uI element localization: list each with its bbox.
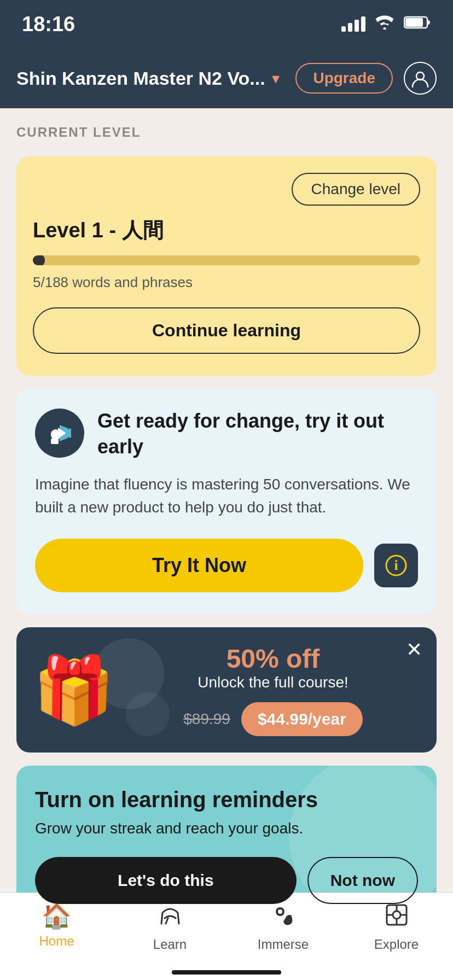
svg-rect-1 bbox=[405, 18, 423, 27]
nav-item-home[interactable]: 🏠 Home bbox=[0, 902, 113, 949]
nav-label-home: Home bbox=[39, 934, 74, 949]
announcement-headline: Get ready for change, try it out early bbox=[97, 409, 418, 460]
section-label: CURRENT LEVEL bbox=[16, 125, 437, 140]
change-level-button[interactable]: Change level bbox=[292, 173, 420, 206]
immerse-icon bbox=[270, 902, 297, 934]
progress-dot bbox=[33, 255, 45, 265]
home-icon: 🏠 bbox=[42, 902, 72, 930]
promo-old-price: $89.99 bbox=[183, 710, 230, 728]
reminder-buttons: Let's do this Not now bbox=[35, 857, 418, 904]
svg-point-4 bbox=[51, 430, 59, 439]
upgrade-button[interactable]: Upgrade bbox=[295, 63, 393, 94]
reminder-body: Grow your streak and reach your goals. bbox=[35, 820, 418, 837]
promo-text: 50% off Unlock the full course! $89.99 $… bbox=[126, 644, 420, 736]
header-title: Shin Kanzen Master N2 Vo... bbox=[16, 68, 265, 89]
dropdown-icon[interactable]: ▾ bbox=[272, 69, 280, 88]
promo-subtitle: Unlock the full course! bbox=[126, 674, 420, 691]
svg-point-11 bbox=[393, 911, 400, 919]
promo-card: ✕ 🎁 50% off Unlock the full course! $89.… bbox=[16, 627, 437, 752]
announcement-card: Get ready for change, try it out early I… bbox=[16, 389, 437, 614]
progress-bar-container bbox=[33, 255, 420, 265]
status-icons bbox=[341, 15, 431, 33]
lets-do-button[interactable]: Let's do this bbox=[35, 857, 297, 904]
try-now-button[interactable]: Try It Now bbox=[35, 539, 363, 592]
announcement-icon bbox=[35, 409, 84, 458]
reminder-title: Turn on learning reminders bbox=[35, 788, 418, 812]
promo-percent: 50% off bbox=[126, 644, 420, 674]
announcement-top: Get ready for change, try it out early bbox=[35, 409, 418, 460]
level-card-top: Change level bbox=[33, 173, 420, 206]
level-card: Change level Level 1 - 人間 5/188 words an… bbox=[16, 156, 437, 376]
not-now-button[interactable]: Not now bbox=[307, 857, 418, 904]
progress-text: 5/188 words and phrases bbox=[33, 274, 420, 291]
nav-label-immerse: Immerse bbox=[258, 937, 309, 952]
nav-item-immerse[interactable]: Immerse bbox=[226, 902, 340, 952]
wifi-icon bbox=[375, 15, 394, 33]
reminder-card: Turn on learning reminders Grow your str… bbox=[16, 766, 437, 926]
status-time: 18:16 bbox=[22, 13, 75, 36]
explore-icon bbox=[384, 902, 410, 934]
level-title: Level 1 - 人間 bbox=[33, 217, 420, 244]
svg-text:i: i bbox=[394, 557, 398, 573]
bottom-nav: 🏠 Home Learn Immerse bbox=[0, 892, 453, 980]
progress-bar-fill bbox=[33, 255, 43, 265]
battery-icon bbox=[404, 15, 431, 33]
header-right: Upgrade bbox=[295, 62, 437, 95]
svg-point-9 bbox=[278, 909, 282, 914]
nav-item-explore[interactable]: Explore bbox=[340, 902, 453, 952]
svg-rect-5 bbox=[51, 439, 59, 444]
home-indicator bbox=[172, 970, 281, 975]
nav-item-learn[interactable]: Learn bbox=[113, 902, 226, 952]
continue-learning-button[interactable]: Continue learning bbox=[33, 307, 420, 354]
nav-label-learn: Learn bbox=[153, 937, 187, 952]
learn-icon bbox=[157, 902, 183, 934]
promo-new-price-button[interactable]: $44.99/year bbox=[241, 702, 363, 736]
header-left: Shin Kanzen Master N2 Vo... ▾ bbox=[16, 68, 280, 89]
promo-pricing: $89.99 $44.99/year bbox=[126, 702, 420, 736]
avatar-button[interactable] bbox=[404, 62, 437, 95]
info-button[interactable]: i bbox=[374, 544, 418, 587]
main-content: CURRENT LEVEL Change level Level 1 - 人間 … bbox=[0, 108, 453, 980]
status-bar: 18:16 bbox=[0, 0, 453, 48]
signal-bars-icon bbox=[341, 16, 365, 32]
nav-label-explore: Explore bbox=[374, 937, 419, 952]
announcement-buttons: Try It Now i bbox=[35, 539, 418, 592]
announcement-body: Imagine that fluency is mastering 50 con… bbox=[35, 473, 418, 519]
app-header: Shin Kanzen Master N2 Vo... ▾ Upgrade bbox=[0, 48, 453, 108]
gift-icon: 🎁 bbox=[33, 657, 115, 722]
